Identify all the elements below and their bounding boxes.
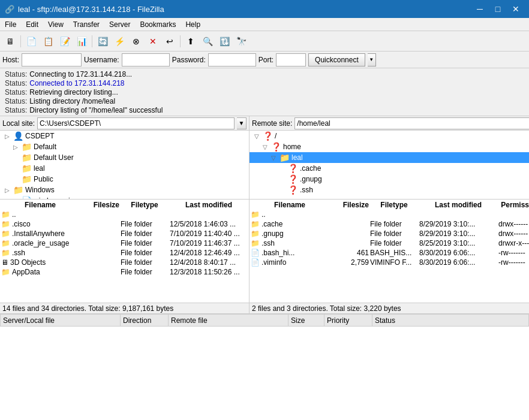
remote-status-text: 2 files and 3 directories. Total size: 3… <box>252 304 401 313</box>
remote-file-row[interactable]: 📁.ssh File folder 8/25/2019 3:10:... drw… <box>251 239 529 247</box>
remote-tree-item-ssh[interactable]: ❓ .ssh <box>250 185 529 195</box>
remote-file-name: 📁.gnupg <box>251 229 329 238</box>
username-label: Username: <box>84 56 119 64</box>
toolbar-toggle-queue[interactable]: 📊 <box>74 34 89 49</box>
remote-file-row[interactable]: 📁.. <box>251 210 529 219</box>
remote-tree-item-home[interactable]: ▽ ❓ home <box>250 141 529 152</box>
queue-col-remotefile[interactable]: Remote file <box>169 315 288 327</box>
maximize-button[interactable]: □ <box>489 2 506 16</box>
local-tree-item-windows[interactable]: ▷ 📁 Windows <box>0 185 249 195</box>
toolbar-toggle-local[interactable]: 📄 <box>23 34 39 49</box>
local-col-filetype[interactable]: Filetype <box>121 201 169 209</box>
remote-tree-item-cache[interactable]: ❓ .cache <box>250 163 529 174</box>
queue-col-direction[interactable]: Direction <box>121 315 169 327</box>
local-path-input[interactable] <box>37 117 235 129</box>
toolbar-sync[interactable]: 🔃 <box>217 34 232 49</box>
port-input[interactable] <box>276 53 306 67</box>
remote-file-name: 📄.viminfo <box>251 258 329 267</box>
toolbar-refresh[interactable]: 🔄 <box>95 34 110 49</box>
local-file-list[interactable]: Filename Filesize Filetype Last modified… <box>0 200 249 303</box>
toolbar-toggle-remote[interactable]: 📋 <box>40 34 56 49</box>
local-tree-item-windows-wim[interactable]: 📄 windows.wim <box>0 195 249 200</box>
toolbar-new-site[interactable]: 🖥 <box>2 34 18 49</box>
remote-col-filename[interactable]: Filename <box>251 201 329 209</box>
local-col-lastmod[interactable]: Last modified <box>170 201 248 209</box>
expand-icon[interactable]: ▽ <box>254 133 263 140</box>
local-tree-item-default-user[interactable]: 📁 Default User <box>0 152 249 163</box>
quickconnect-dropdown[interactable]: ▼ <box>368 53 376 67</box>
toolbar-toggle-log[interactable]: 📝 <box>57 34 73 49</box>
expand-icon[interactable]: ▽ <box>263 144 271 150</box>
remote-path-input[interactable] <box>294 117 529 129</box>
local-file-row[interactable]: 🖥3D Objects File folder 12/4/2018 8:40:1… <box>1 258 248 267</box>
expand-icon[interactable]: ▽ <box>271 155 279 161</box>
remote-file-type: File folder <box>370 229 418 238</box>
local-file-row[interactable]: 📁.InstallAnywhere File folder 7/10/2019 … <box>1 229 248 238</box>
remote-tree-item-leal[interactable]: ▽ 📁 leal <box>250 152 529 163</box>
toolbar-reconnect[interactable]: ↩ <box>162 34 178 49</box>
toolbar-filter[interactable]: ⚡ <box>112 34 127 49</box>
local-file-row[interactable]: 📁.cisco File folder 12/5/2018 1:46:03 ..… <box>1 220 248 228</box>
local-path-dropdown[interactable]: ▼ <box>237 117 247 129</box>
expand-icon[interactable]: ▷ <box>5 187 13 194</box>
remote-tree-item-gnupg[interactable]: ❓ .gnupg <box>250 174 529 185</box>
menu-view[interactable]: View <box>43 18 68 31</box>
local-file-type: File folder <box>121 229 169 238</box>
local-tree-item-default[interactable]: ▷ 📁 Default <box>0 141 249 152</box>
local-tree-item-leal[interactable]: 📁 leal <box>0 163 249 174</box>
queue-col-priority[interactable]: Priority <box>324 315 372 327</box>
expand-icon[interactable]: ▷ <box>13 144 22 150</box>
app-icon: 🔗 <box>5 5 14 14</box>
remote-file-row[interactable]: 📁.cache File folder 8/29/2019 3:10:... d… <box>251 220 529 228</box>
menu-edit[interactable]: Edit <box>21 18 43 31</box>
folder-icon: 📁 <box>22 142 32 152</box>
local-tree[interactable]: ▷ 👤 CSDEPT ▷ 📁 Default 📁 Default User <box>0 131 249 200</box>
remote-file-row[interactable]: 📄.viminfo 2,759 VIMINFO F... 8/30/2019 6… <box>251 258 529 267</box>
toolbar-cancel[interactable]: ⊗ <box>128 34 144 49</box>
menu-server[interactable]: Server <box>104 18 135 31</box>
username-input[interactable] <box>122 53 170 67</box>
expand-icon[interactable]: ▷ <box>5 133 13 140</box>
folder-icon: 📁 <box>22 153 32 162</box>
folder-icon: 📁 <box>22 174 32 184</box>
local-tree-item-csdept[interactable]: ▷ 👤 CSDEPT <box>0 131 249 141</box>
local-tree-item-public[interactable]: 📁 Public <box>0 174 249 185</box>
remote-tree[interactable]: ▽ ❓ / ▽ ❓ home ▽ 📁 leal <box>250 131 529 200</box>
host-input[interactable] <box>22 53 82 67</box>
local-col-filename[interactable]: Filename <box>1 201 79 209</box>
remote-col-lastmod[interactable]: Last modified <box>419 201 497 209</box>
local-col-filesize[interactable]: Filesize <box>80 201 119 209</box>
toolbar-disconnect[interactable]: ✕ <box>145 34 161 49</box>
remote-file-list[interactable]: Filename Filesize Filetype Last modified… <box>250 200 529 303</box>
queue-col-status[interactable]: Status <box>372 315 529 327</box>
transfer-queue-area: Server/Local file Direction Remote file … <box>0 314 529 420</box>
menu-bookmarks[interactable]: Bookmarks <box>135 18 181 31</box>
menu-file[interactable]: File <box>0 18 21 31</box>
toolbar-upload[interactable]: ⬆ <box>183 34 199 49</box>
close-button[interactable]: ✕ <box>507 2 524 16</box>
local-file-row[interactable]: 📁AppData File folder 12/3/2018 11:50:26 … <box>1 268 248 276</box>
queue-col-localfile[interactable]: Server/Local file <box>1 315 121 327</box>
remote-tree-item-root[interactable]: ▽ ❓ / <box>250 131 529 141</box>
local-file-name: 📁AppData <box>1 268 79 276</box>
remote-col-filetype[interactable]: Filetype <box>370 201 418 209</box>
remote-file-row[interactable]: 📁.gnupg File folder 8/29/2019 3:10:... d… <box>251 229 529 238</box>
queue-col-size[interactable]: Size <box>288 315 324 327</box>
password-input[interactable] <box>208 53 256 67</box>
remote-col-filesize[interactable]: Filesize <box>330 201 369 209</box>
question-icon: ❓ <box>288 185 298 195</box>
local-file-row[interactable]: 📁.. <box>1 210 248 219</box>
remote-col-perms[interactable]: Permissions <box>498 201 529 209</box>
local-file-row[interactable]: 📁.ssh File folder 12/4/2018 12:46:49 ... <box>1 249 248 257</box>
local-file-row[interactable]: 📁.oracle_jre_usage File folder 7/10/2019… <box>1 239 248 247</box>
quickconnect-button[interactable]: Quickconnect <box>308 53 365 67</box>
menu-transfer[interactable]: Transfer <box>68 18 104 31</box>
minimize-button[interactable]: ─ <box>471 2 488 16</box>
local-file-size <box>80 229 119 238</box>
toolbar-compare[interactable]: 🔭 <box>233 34 249 49</box>
remote-file-size <box>330 220 369 228</box>
remote-file-row[interactable]: 📄.bash_hi... 461 BASH_HIS... 8/30/2019 6… <box>251 249 529 257</box>
local-file-name: 🖥3D Objects <box>1 258 79 267</box>
menu-help[interactable]: Help <box>181 18 205 31</box>
toolbar-search[interactable]: 🔍 <box>200 34 215 49</box>
